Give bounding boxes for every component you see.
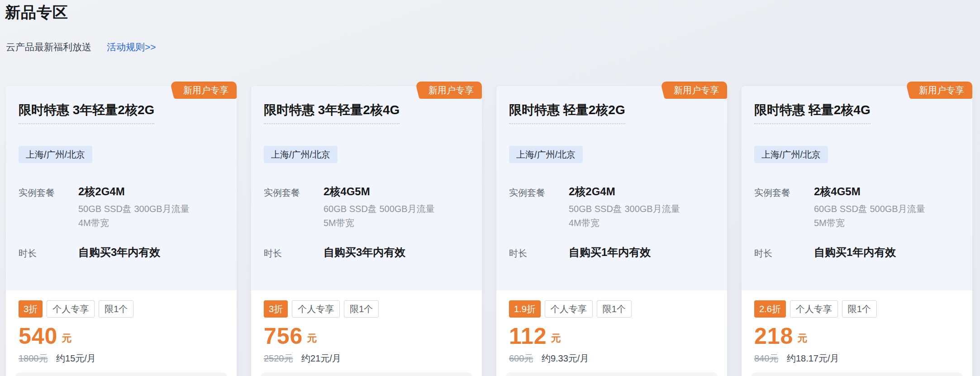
page-title: 新品专区 (5, 3, 974, 22)
old-price-row: 600元 约9.33元/月 (509, 352, 714, 364)
spec-detail-line: 50GB SSD盘 300GB月流量 (569, 202, 680, 216)
limit-one-tag: 限1个 (344, 300, 379, 318)
product-card[interactable]: 新用户专享 限时特惠 3年轻量2核4G 上海/广州/北京 实例套餐 2核4G5M… (251, 86, 482, 376)
old-price-row: 840元 约18.17元/月 (754, 352, 960, 364)
card-price-section: 3折 个人专享 限1个 756 元 2520元 约21元/月 (251, 290, 482, 364)
discount-badge: 3折 (19, 300, 43, 318)
card-footer-strip (260, 372, 473, 376)
region-tag: 上海/广州/北京 (754, 146, 828, 163)
monthly-price: 约15元/月 (56, 353, 96, 363)
new-user-ribbon: 新用户专享 (423, 82, 482, 99)
card-title: 限时特惠 轻量2核4G (754, 102, 960, 124)
spec-detail-line: 50GB SSD盘 300GB月流量 (78, 202, 190, 216)
original-price: 2520元 (264, 353, 293, 363)
spec-value-block: 2核2G4M 50GB SSD盘 300GB月流量 4M带宽 (78, 185, 190, 230)
monthly-price: 约9.33元/月 (542, 353, 589, 363)
instance-spec-row: 实例套餐 2核2G4M 50GB SSD盘 300GB月流量 4M带宽 (509, 185, 714, 230)
card-title-text: 限时特惠 3年轻量2核2G (19, 102, 154, 124)
spec-detail-line: 60GB SSD盘 500GB月流量 (814, 202, 925, 216)
product-card[interactable]: 新用户专享 限时特惠 轻量2核2G 上海/广州/北京 实例套餐 2核2G4M 5… (496, 86, 727, 376)
discount-badge: 2.6折 (754, 300, 786, 318)
duration-value: 自购买3年内有效 (323, 246, 405, 260)
ribbon-label: 新用户专享 (183, 85, 228, 95)
duration-label: 时长 (264, 246, 323, 260)
price-unit: 元 (797, 332, 807, 345)
duration-label: 时长 (509, 246, 569, 260)
instance-spec-row: 实例套餐 2核4G5M 60GB SSD盘 500GB月流量 5M带宽 (754, 185, 960, 230)
badge-row: 1.9折 个人专享 限1个 (509, 300, 714, 318)
spec-detail-line: 4M带宽 (78, 216, 190, 230)
card-title: 限时特惠 3年轻量2核4G (264, 102, 469, 124)
price-value: 218 (754, 324, 793, 348)
region-tag: 上海/广州/北京 (264, 146, 338, 163)
old-price-row: 2520元 约21元/月 (264, 352, 469, 364)
badge-row: 3折 个人专享 限1个 (19, 300, 224, 318)
spec-value: 2核2G4M (78, 185, 190, 198)
spec-detail-line: 4M带宽 (569, 216, 680, 230)
price-row: 112 元 (509, 324, 714, 348)
limit-one-tag: 限1个 (99, 300, 133, 318)
new-user-ribbon: 新用户专享 (913, 82, 972, 99)
card-price-section: 2.6折 个人专享 限1个 218 元 840元 约18.17元/月 (742, 290, 972, 364)
personal-only-tag: 个人专享 (545, 300, 593, 318)
ribbon-label: 新用户专享 (674, 85, 719, 95)
limit-one-tag: 限1个 (842, 300, 877, 318)
spec-detail-line: 5M带宽 (814, 216, 925, 230)
duration-value: 自购买1年内有效 (569, 246, 651, 260)
region-tag: 上海/广州/北京 (19, 146, 92, 163)
duration-row: 时长 自购买1年内有效 (754, 246, 960, 260)
spec-value-block: 2核4G5M 60GB SSD盘 500GB月流量 5M带宽 (814, 185, 925, 230)
spec-detail: 50GB SSD盘 300GB月流量 4M带宽 (569, 202, 680, 230)
price-row: 218 元 (754, 324, 960, 348)
duration-value: 自购买3年内有效 (78, 246, 160, 260)
original-price: 600元 (509, 353, 533, 363)
personal-only-tag: 个人专享 (292, 300, 340, 318)
product-card-row: 新用户专享 限时特惠 3年轻量2核2G 上海/广州/北京 实例套餐 2核2G4M… (6, 86, 974, 376)
personal-only-tag: 个人专享 (790, 300, 838, 318)
new-products-section: 新品专区 云产品最新福利放送 活动规则>> 新用户专享 限时特惠 3年轻量2核2… (0, 0, 980, 376)
original-price: 840元 (754, 353, 778, 363)
card-top-section: 限时特惠 轻量2核2G 上海/广州/北京 实例套餐 2核2G4M 50GB SS… (496, 86, 727, 290)
personal-only-tag: 个人专享 (47, 300, 95, 318)
discount-badge: 1.9折 (509, 300, 541, 318)
ribbon-label: 新用户专享 (919, 85, 964, 95)
card-title: 限时特惠 3年轻量2核2G (19, 102, 224, 124)
spec-value: 2核4G5M (323, 185, 435, 198)
region-tag: 上海/广州/北京 (509, 146, 583, 163)
duration-row: 时长 自购买1年内有效 (509, 246, 714, 260)
card-price-section: 3折 个人专享 限1个 540 元 1800元 约15元/月 (6, 290, 237, 364)
price-unit: 元 (551, 332, 561, 345)
discount-badge: 3折 (264, 300, 288, 318)
product-card[interactable]: 新用户专享 限时特惠 轻量2核4G 上海/广州/北京 实例套餐 2核4G5M 6… (742, 86, 972, 376)
card-price-section: 1.9折 个人专享 限1个 112 元 600元 约9.33元/月 (496, 290, 727, 364)
ribbon-label: 新用户专享 (428, 85, 474, 95)
spec-value: 2核2G4M (569, 185, 680, 198)
card-footer-strip (505, 372, 718, 376)
spec-detail-line: 60GB SSD盘 500GB月流量 (323, 202, 435, 216)
duration-row: 时长 自购买3年内有效 (264, 246, 469, 260)
duration-value: 自购买1年内有效 (814, 246, 896, 260)
card-title-text: 限时特惠 3年轻量2核4G (264, 102, 400, 124)
section-subtitle: 云产品最新福利放送 (6, 41, 91, 53)
duration-label: 时长 (754, 246, 814, 260)
price-value: 112 (509, 324, 547, 348)
price-unit: 元 (307, 332, 317, 345)
price-value: 540 (19, 324, 57, 348)
card-footer-strip (15, 372, 228, 376)
price-value: 756 (264, 324, 303, 348)
spec-label: 实例套餐 (19, 185, 78, 230)
product-card[interactable]: 新用户专享 限时特惠 3年轻量2核2G 上海/广州/北京 实例套餐 2核2G4M… (6, 86, 237, 376)
price-unit: 元 (62, 332, 71, 345)
spec-detail-line: 5M带宽 (323, 216, 435, 230)
limit-one-tag: 限1个 (597, 300, 632, 318)
card-top-section: 限时特惠 轻量2核4G 上海/广州/北京 实例套餐 2核4G5M 60GB SS… (742, 86, 972, 290)
card-title: 限时特惠 轻量2核2G (509, 102, 714, 124)
spec-value-block: 2核4G5M 60GB SSD盘 500GB月流量 5M带宽 (323, 185, 435, 230)
badge-row: 3折 个人专享 限1个 (264, 300, 469, 318)
spec-detail: 60GB SSD盘 500GB月流量 5M带宽 (323, 202, 435, 230)
new-user-ribbon: 新用户专享 (668, 82, 727, 99)
duration-label: 时长 (19, 246, 78, 260)
price-row: 756 元 (264, 324, 469, 348)
badge-row: 2.6折 个人专享 限1个 (754, 300, 960, 318)
activity-rules-link[interactable]: 活动规则>> (107, 41, 156, 53)
